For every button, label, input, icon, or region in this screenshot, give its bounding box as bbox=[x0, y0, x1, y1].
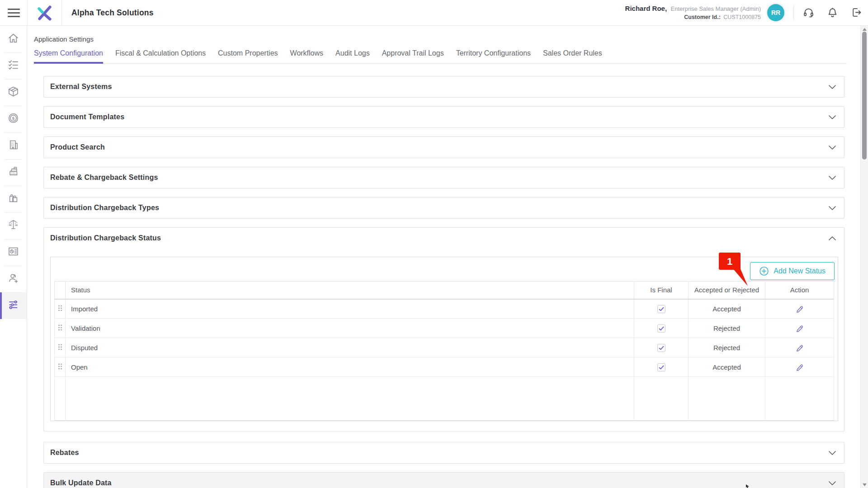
sidebar-item-settings[interactable] bbox=[0, 292, 27, 319]
sidebar: $ bbox=[0, 26, 27, 488]
chevron-down-icon bbox=[829, 115, 836, 119]
tab-system-configuration[interactable]: System Configuration bbox=[34, 49, 103, 63]
section-header[interactable]: Rebates bbox=[44, 442, 844, 463]
is-final-checkbox[interactable] bbox=[657, 305, 665, 313]
plus-circle-icon bbox=[759, 266, 769, 276]
status-cell: Disputed bbox=[66, 338, 634, 357]
app-root: Alpha Tech Solutions Richard Roe, Enterp… bbox=[0, 0, 868, 488]
status-table: Status Is Final Accepted or Rejected Act… bbox=[54, 281, 834, 421]
section-header[interactable]: Rebate & Chargeback Settings bbox=[44, 167, 844, 188]
chevron-down-icon bbox=[829, 481, 836, 485]
sidebar-item-register[interactable] bbox=[0, 159, 27, 186]
notifications-bell-icon[interactable] bbox=[827, 7, 838, 18]
sidebar-item-tasks[interactable] bbox=[0, 52, 27, 79]
section-title: Rebates bbox=[50, 449, 79, 457]
section-header[interactable]: Bulk Update Data bbox=[44, 473, 844, 488]
section-header[interactable]: Distribution Chargeback Status bbox=[44, 228, 844, 249]
add-new-status-button[interactable]: Add New Status bbox=[750, 262, 835, 280]
section-bulk-update-data: Bulk Update Data bbox=[43, 472, 844, 488]
tab-audit-logs[interactable]: Audit Logs bbox=[335, 49, 370, 63]
drag-handle[interactable] bbox=[55, 357, 66, 377]
app-title: Alpha Tech Solutions bbox=[71, 8, 154, 18]
settings-sections: External Systems Document Templates bbox=[43, 76, 844, 488]
column-header-action: Action bbox=[765, 282, 834, 299]
chevron-down-icon bbox=[829, 206, 836, 210]
user-name: Richard Roe, bbox=[625, 5, 667, 12]
status-cell: Validation bbox=[66, 319, 634, 338]
column-header-accepted-or-rejected: Accepted or Rejected bbox=[689, 282, 765, 299]
is-final-checkbox[interactable] bbox=[657, 344, 665, 352]
section-header[interactable]: External Systems bbox=[44, 76, 844, 97]
debit-credit-balance-icon: D C bbox=[7, 219, 19, 233]
table-empty-space bbox=[55, 377, 834, 421]
sidebar-item-shopping[interactable] bbox=[0, 186, 27, 212]
sidebar-item-products[interactable] bbox=[0, 79, 27, 106]
tab-territory-configurations[interactable]: Territory Configurations bbox=[456, 49, 531, 63]
pricing-dollar-icon: $ bbox=[7, 112, 19, 126]
accepted-or-rejected-cell: Accepted bbox=[689, 299, 765, 319]
chevron-down-icon bbox=[829, 145, 836, 150]
support-headset-icon[interactable] bbox=[803, 7, 814, 18]
tab-bar: System Configuration Fiscal & Calculatio… bbox=[34, 49, 847, 64]
edit-pencil-icon[interactable] bbox=[796, 363, 804, 371]
sidebar-item-reports[interactable] bbox=[0, 239, 27, 266]
tab-workflows[interactable]: Workflows bbox=[290, 49, 324, 63]
settings-sliders-icon bbox=[7, 299, 19, 313]
tab-approval-trail-logs[interactable]: Approval Trail Logs bbox=[382, 49, 444, 63]
customer-id-value: CUST1000875 bbox=[723, 14, 761, 20]
sidebar-item-balance[interactable]: D C bbox=[0, 212, 27, 239]
add-user-icon bbox=[7, 272, 19, 286]
section-product-search: Product Search bbox=[43, 136, 844, 158]
chargeback-status-panel: 1 Add New Status bbox=[50, 257, 838, 421]
sidebar-item-home[interactable] bbox=[0, 26, 27, 52]
chevron-up-icon bbox=[829, 236, 836, 240]
status-cell: Open bbox=[66, 357, 634, 377]
drag-handle[interactable] bbox=[55, 338, 66, 357]
scrollbar-thumb[interactable] bbox=[862, 32, 867, 160]
task-checklist-icon bbox=[7, 59, 19, 73]
drag-column-header bbox=[55, 282, 66, 299]
drag-handle[interactable] bbox=[55, 299, 66, 319]
section-title: Distribution Chargeback Status bbox=[50, 234, 161, 242]
section-document-templates: Document Templates bbox=[43, 106, 844, 128]
logout-icon[interactable] bbox=[851, 7, 862, 18]
section-external-systems: External Systems bbox=[43, 76, 844, 98]
svg-text:$: $ bbox=[12, 116, 15, 121]
brand-x-icon bbox=[36, 5, 53, 21]
column-header-status: Status bbox=[66, 282, 634, 299]
table-header-row: Status Is Final Accepted or Rejected Act… bbox=[55, 282, 834, 299]
section-distribution-chargeback-types: Distribution Chargeback Types bbox=[43, 197, 844, 219]
tab-fiscal-calculation-options[interactable]: Fiscal & Calculation Options bbox=[115, 49, 206, 63]
svg-text:1: 1 bbox=[727, 256, 732, 267]
section-header[interactable]: Product Search bbox=[44, 137, 844, 158]
scroll-down-icon[interactable] bbox=[861, 483, 868, 486]
chevron-down-icon bbox=[829, 85, 836, 89]
section-distribution-chargeback-status: Distribution Chargeback Status 1 bbox=[43, 227, 844, 432]
tab-custom-properties[interactable]: Custom Properties bbox=[218, 49, 278, 63]
edit-pencil-icon[interactable] bbox=[796, 324, 804, 333]
tab-sales-order-rules[interactable]: Sales Order Rules bbox=[543, 49, 602, 63]
scroll-up-icon[interactable] bbox=[861, 28, 868, 31]
avatar[interactable]: RR bbox=[767, 4, 784, 21]
brand-logo[interactable] bbox=[27, 0, 62, 25]
breadcrumb: Application Settings bbox=[34, 35, 868, 43]
package-icon bbox=[7, 85, 19, 99]
edit-pencil-icon[interactable] bbox=[796, 305, 804, 313]
shopping-bags-icon bbox=[7, 192, 19, 206]
table-row: Open Accepted bbox=[55, 357, 834, 377]
menu-icon[interactable] bbox=[0, 0, 27, 25]
status-cell: Imported bbox=[66, 299, 634, 319]
is-final-checkbox[interactable] bbox=[657, 363, 665, 371]
column-header-is-final: Is Final bbox=[634, 282, 689, 299]
section-header[interactable]: Distribution Chargeback Types bbox=[44, 197, 844, 218]
section-header[interactable]: Document Templates bbox=[44, 107, 844, 127]
edit-pencil-icon[interactable] bbox=[796, 344, 804, 352]
sidebar-item-add-user[interactable] bbox=[0, 266, 27, 292]
sidebar-item-pricing[interactable]: $ bbox=[0, 106, 27, 132]
is-final-checkbox[interactable] bbox=[657, 324, 665, 333]
table-row: Imported Accepted bbox=[55, 299, 834, 319]
sidebar-item-company[interactable] bbox=[0, 132, 27, 159]
vertical-scrollbar[interactable] bbox=[860, 26, 868, 488]
section-title: Product Search bbox=[50, 143, 105, 151]
drag-handle[interactable] bbox=[55, 319, 66, 338]
